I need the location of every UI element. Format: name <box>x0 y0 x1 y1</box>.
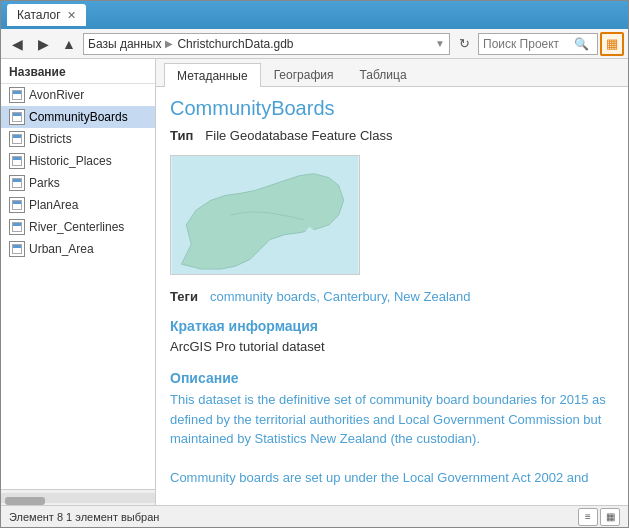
catalog-tab[interactable]: Каталог ✕ <box>7 4 86 26</box>
tree-item-river-centerlines[interactable]: River_Centerlines <box>1 216 155 238</box>
breadcrumb[interactable]: Базы данных ▶ ChristchurchData.gdb ▼ <box>83 33 450 55</box>
left-panel-footer <box>1 489 155 505</box>
content-area: Название AvonRiver CommunityBoards <box>1 59 628 505</box>
tabs-bar: Метаданные География Таблица <box>156 59 628 87</box>
tree-item-label: CommunityBoards <box>29 110 128 124</box>
tree-item-label: AvonRiver <box>29 88 84 102</box>
description-title: Описание <box>170 370 614 386</box>
right-panel: Метаданные География Таблица CommunityBo… <box>156 59 628 505</box>
left-panel: Название AvonRiver CommunityBoards <box>1 59 156 505</box>
feature-class-icon <box>9 219 25 235</box>
tags-value: community boards, Canterbury, New Zealan… <box>210 289 471 304</box>
tree-item-planarea[interactable]: PlanArea <box>1 194 155 216</box>
refresh-button[interactable]: ↻ <box>453 33 475 55</box>
left-panel-header: Название <box>1 59 155 84</box>
tree-item-label: River_Centerlines <box>29 220 124 234</box>
status-right: ≡ ▦ <box>578 508 620 526</box>
toolbar: ◀ ▶ ▲ Базы данных ▶ ChristchurchData.gdb… <box>1 29 628 59</box>
type-label: Тип <box>170 128 193 143</box>
status-bar: Элемент 8 1 элемент выбран ≡ ▦ <box>1 505 628 527</box>
breadcrumb-part2: ChristchurchData.gdb <box>177 37 293 51</box>
map-thumbnail <box>170 155 360 275</box>
description-text: This dataset is the definitive set of co… <box>170 390 614 488</box>
tree-item-label: Districts <box>29 132 72 146</box>
tree-view: AvonRiver CommunityBoards Districts <box>1 84 155 489</box>
tree-item-historic-places[interactable]: Historic_Places <box>1 150 155 172</box>
feature-class-icon <box>9 87 25 103</box>
metadata-scroll-area[interactable]: CommunityBoards Тип File Geodatabase Fea… <box>156 87 628 505</box>
map-svg <box>171 156 359 274</box>
tags-row: Теги community boards, Canterbury, New Z… <box>170 289 614 304</box>
back-button[interactable]: ◀ <box>5 32 29 56</box>
tree-item-parks[interactable]: Parks <box>1 172 155 194</box>
grid-view-status-button[interactable]: ▦ <box>600 508 620 526</box>
feature-class-icon <box>9 131 25 147</box>
search-input[interactable] <box>483 37 568 51</box>
forward-button[interactable]: ▶ <box>31 32 55 56</box>
tab-table[interactable]: Таблица <box>347 62 420 86</box>
tree-item-label: Parks <box>29 176 60 190</box>
tab-metadata[interactable]: Метаданные <box>164 63 261 87</box>
tree-item-districts[interactable]: Districts <box>1 128 155 150</box>
status-text: Элемент 8 1 элемент выбран <box>9 511 159 523</box>
tags-label: Теги <box>170 289 198 304</box>
feature-class-icon <box>9 197 25 213</box>
summary-title: Краткая информация <box>170 318 614 334</box>
feature-class-icon <box>9 153 25 169</box>
tree-item-label: PlanArea <box>29 198 78 212</box>
type-value: File Geodatabase Feature Class <box>205 128 392 143</box>
title-bar: Каталог ✕ <box>1 1 628 29</box>
summary-text: ArcGIS Pro tutorial dataset <box>170 338 614 356</box>
tree-item-avonriver[interactable]: AvonRiver <box>1 84 155 106</box>
breadcrumb-dropdown-icon[interactable]: ▼ <box>435 38 445 49</box>
search-icon[interactable]: 🔍 <box>572 35 590 53</box>
grid-view-button[interactable]: ▦ <box>600 32 624 56</box>
type-row: Тип File Geodatabase Feature Class <box>170 128 614 143</box>
feature-class-icon <box>9 175 25 191</box>
list-view-button[interactable]: ≡ <box>578 508 598 526</box>
tree-item-communityboards[interactable]: CommunityBoards <box>1 106 155 128</box>
tree-item-label: Historic_Places <box>29 154 112 168</box>
right-content: CommunityBoards Тип File Geodatabase Fea… <box>156 87 628 505</box>
up-button[interactable]: ▲ <box>57 32 81 56</box>
catalog-tab-label: Каталог <box>17 8 61 22</box>
breadcrumb-part1: Базы данных <box>88 37 161 51</box>
feature-class-icon <box>9 241 25 257</box>
main-window: Каталог ✕ ◀ ▶ ▲ Базы данных ▶ Christchur… <box>0 0 629 528</box>
close-tab-button[interactable]: ✕ <box>67 9 76 22</box>
address-bar: Базы данных ▶ ChristchurchData.gdb ▼ ↻ 🔍 <box>83 32 598 56</box>
breadcrumb-arrow-icon: ▶ <box>165 38 173 49</box>
tab-geography[interactable]: География <box>261 62 347 86</box>
tree-item-urban-area[interactable]: Urban_Area <box>1 238 155 260</box>
metadata-title: CommunityBoards <box>170 97 614 120</box>
horizontal-scrollbar[interactable] <box>1 493 155 503</box>
feature-class-icon <box>9 109 25 125</box>
tree-item-label: Urban_Area <box>29 242 94 256</box>
search-box[interactable]: 🔍 <box>478 33 598 55</box>
